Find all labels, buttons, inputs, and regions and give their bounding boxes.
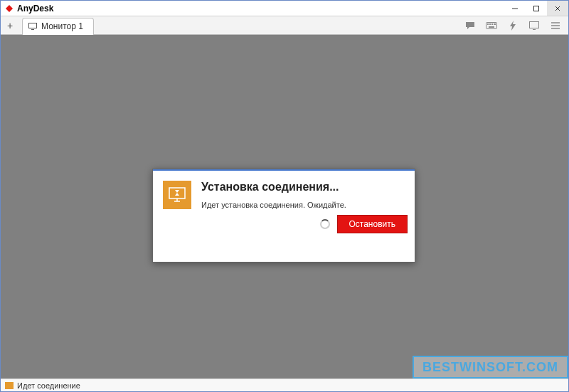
- toolbar-icons: [464, 20, 568, 31]
- hourglass-monitor-icon: [163, 181, 191, 209]
- monitor-icon: [28, 23, 37, 30]
- app-title: AnyDesk: [17, 4, 53, 14]
- titlebar: AnyDesk: [1, 1, 568, 16]
- tab-monitor-1[interactable]: Монитор 1: [22, 18, 94, 35]
- anydesk-logo-icon: [5, 4, 14, 13]
- svg-rect-14: [530, 21, 539, 28]
- lightning-icon[interactable]: [507, 20, 519, 31]
- svg-rect-11: [494, 23, 496, 25]
- stop-button[interactable]: Остановить: [337, 215, 408, 233]
- status-text: Идет соединение: [17, 381, 80, 390]
- title-left: AnyDesk: [1, 4, 53, 14]
- keyboard-icon[interactable]: [486, 20, 497, 31]
- display-icon[interactable]: [528, 20, 540, 31]
- svg-rect-8: [487, 23, 489, 25]
- loading-spinner-icon: [320, 219, 330, 229]
- window-controls: [504, 1, 568, 16]
- chat-icon[interactable]: [464, 20, 476, 31]
- app-window: AnyDesk + Монитор 1: [0, 0, 569, 392]
- svg-rect-10: [491, 23, 493, 25]
- svg-marker-13: [510, 21, 516, 31]
- status-icon: [5, 382, 14, 389]
- svg-rect-2: [534, 6, 539, 11]
- dialog-message: Идет установка соединения. Ожидайте.: [201, 201, 346, 209]
- remote-view: Установка соединения... Идет установка с…: [1, 35, 568, 378]
- connection-dialog: Установка соединения... Идет установка с…: [152, 169, 415, 263]
- dialog-title: Установка соединения...: [201, 181, 346, 194]
- maximize-button[interactable]: [526, 1, 547, 16]
- svg-rect-12: [489, 26, 494, 28]
- minimize-button[interactable]: [504, 1, 526, 16]
- menu-icon[interactable]: [550, 20, 561, 31]
- tab-label: Монитор 1: [41, 21, 83, 31]
- tab-bar: + Монитор 1: [1, 16, 568, 35]
- svg-rect-9: [489, 23, 491, 25]
- new-tab-button[interactable]: +: [1, 16, 19, 35]
- svg-rect-7: [486, 22, 497, 28]
- svg-rect-5: [29, 23, 37, 28]
- status-bar: Идет соединение: [1, 378, 568, 391]
- watermark: BESTWINSOFT.COM: [413, 356, 568, 378]
- svg-marker-0: [6, 5, 13, 12]
- close-button[interactable]: [547, 1, 568, 16]
